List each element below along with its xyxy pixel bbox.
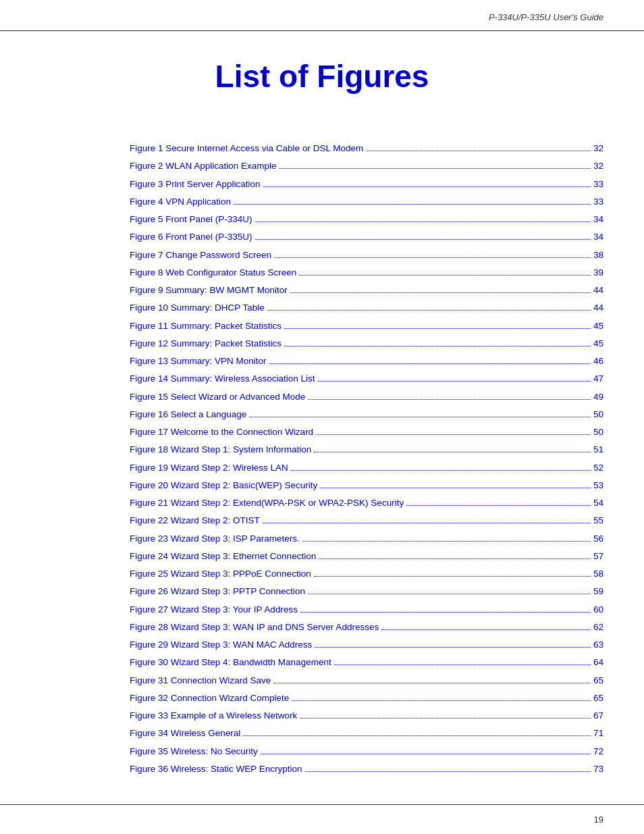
toc-entry-label[interactable]: Figure 18 Wizard Step 1: System Informat… (130, 443, 311, 457)
toc-entry-label[interactable]: Figure 15 Select Wizard or Advanced Mode (130, 390, 305, 404)
toc-entry: Figure 31 Connection Wizard Save65 (130, 674, 603, 687)
toc-entry-label[interactable]: Figure 26 Wizard Step 3: PPTP Connection (130, 585, 305, 598)
toc-entry-dots (290, 292, 591, 293)
toc-entry: Figure 20 Wizard Step 2: Basic(WEP) Secu… (130, 479, 603, 492)
toc-entry-label[interactable]: Figure 28 Wizard Step 3: WAN IP and DNS … (130, 621, 379, 634)
toc-entry-page: 32 (593, 142, 603, 155)
toc-entry: Figure 27 Wizard Step 3: Your IP Address… (130, 603, 603, 617)
toc-entry-label[interactable]: Figure 1 Secure Internet Access via Cabl… (130, 142, 363, 155)
toc-entry-dots (279, 168, 591, 169)
toc-entry-label[interactable]: Figure 5 Front Panel (P-334U) (130, 213, 252, 226)
toc-entry-label[interactable]: Figure 36 Wireless: Static WEP Encryptio… (130, 762, 302, 776)
toc-entry-dots (255, 221, 591, 222)
toc-entry-page: 38 (593, 249, 603, 262)
toc-entry-page: 44 (593, 284, 603, 297)
toc-entry-label[interactable]: Figure 22 Wizard Step 2: OTIST (130, 514, 260, 527)
toc-entry-label[interactable]: Figure 4 VPN Application (130, 195, 231, 209)
toc-entry: Figure 8 Web Configurator Status Screen3… (130, 266, 603, 280)
toc-entry-label[interactable]: Figure 25 Wizard Step 3: PPPoE Connectio… (130, 567, 311, 581)
toc-entry-dots (308, 399, 591, 400)
toc-entry-page: 45 (593, 337, 603, 350)
toc-entry: Figure 36 Wireless: Static WEP Encryptio… (130, 762, 603, 776)
toc-entry-page: 50 (593, 408, 603, 421)
toc-entry-label[interactable]: Figure 19 Wizard Step 2: Wireless LAN (130, 461, 288, 475)
toc-entry-label[interactable]: Figure 34 Wireless General (130, 727, 240, 740)
toc-entry: Figure 3 Print Server Application33 (130, 178, 603, 191)
toc-entry-label[interactable]: Figure 7 Change Password Screen (130, 249, 271, 262)
toc-entry-label[interactable]: Figure 3 Print Server Application (130, 178, 261, 191)
toc-entry-label[interactable]: Figure 17 Welcome to the Connection Wiza… (130, 425, 313, 439)
toc-entry-dots (316, 434, 591, 435)
toc-entry-label[interactable]: Figure 21 Wizard Step 2: Extend(WPA-PSK … (130, 496, 404, 510)
toc-entry-dots (243, 735, 591, 736)
toc-entry-page: 47 (593, 372, 603, 386)
page-header: P-334U/P-335U User's Guide (0, 0, 644, 31)
toc-entry: Figure 17 Welcome to the Connection Wiza… (130, 425, 603, 439)
toc-entry-page: 44 (593, 301, 603, 315)
toc-entry-dots (299, 275, 591, 276)
toc-entry-label[interactable]: Figure 14 Summary: Wireless Association … (130, 372, 315, 386)
toc-entry-dots (255, 239, 591, 240)
toc-entry-dots (273, 683, 591, 683)
toc-entry-label[interactable]: Figure 8 Web Configurator Status Screen (130, 266, 296, 280)
toc-entry: Figure 30 Wizard Step 4: Bandwidth Manag… (130, 656, 603, 669)
toc-entry-page: 33 (593, 178, 603, 191)
toc-entry-page: 49 (593, 390, 603, 404)
toc-entry-dots (284, 328, 591, 329)
toc-entry: Figure 9 Summary: BW MGMT Monitor44 (130, 284, 603, 297)
toc-entry-label[interactable]: Figure 27 Wizard Step 3: Your IP Address (130, 603, 298, 617)
toc-entry-dots (334, 664, 591, 665)
toc-entry-label[interactable]: Figure 29 Wizard Step 3: WAN MAC Address (130, 638, 312, 652)
toc-entry-label[interactable]: Figure 30 Wizard Step 4: Bandwidth Manag… (130, 656, 331, 669)
toc-entry-label[interactable]: Figure 10 Summary: DHCP Table (130, 301, 265, 315)
toc-entry-label[interactable]: Figure 33 Example of a Wireless Network (130, 709, 297, 723)
toc-entry-page: 34 (593, 213, 603, 226)
toc-entry-page: 62 (593, 621, 603, 634)
toc-content: Figure 1 Secure Internet Access via Cabl… (0, 128, 644, 807)
toc-entry-label[interactable]: Figure 23 Wizard Step 3: ISP Parameters. (130, 532, 300, 546)
toc-entry-dots (320, 488, 591, 488)
toc-entry-dots (366, 151, 591, 151)
toc-entry: Figure 22 Wizard Step 2: OTIST55 (130, 514, 603, 527)
toc-entry-page: 57 (593, 550, 603, 563)
toc-entry-dots (406, 505, 591, 506)
toc-entry: Figure 4 VPN Application33 (130, 195, 603, 209)
toc-entry-dots (319, 558, 591, 559)
toc-entry-dots (314, 452, 591, 452)
toc-entry-label[interactable]: Figure 20 Wizard Step 2: Basic(WEP) Secu… (130, 479, 317, 492)
toc-entry-page: 46 (593, 355, 603, 368)
toc-entry: Figure 19 Wizard Step 2: Wireless LAN52 (130, 461, 603, 475)
toc-entry-label[interactable]: Figure 2 WLAN Application Example (130, 159, 277, 173)
toc-entry-dots (308, 594, 591, 594)
toc-entry-label[interactable]: Figure 13 Summary: VPN Monitor (130, 355, 267, 368)
toc-entry-label[interactable]: Figure 31 Connection Wizard Save (130, 674, 271, 687)
toc-entry-label[interactable]: Figure 16 Select a Language (130, 408, 246, 421)
toc-entry: Figure 10 Summary: DHCP Table44 (130, 301, 603, 315)
toc-entry-dots (315, 647, 591, 648)
toc-entry-label[interactable]: Figure 35 Wireless: No Security (130, 745, 258, 758)
toc-entry-page: 58 (593, 567, 603, 581)
toc-entry-dots (300, 612, 591, 613)
toc-entry-dots (263, 186, 591, 187)
toc-entry-dots (263, 523, 591, 523)
toc-entry-label[interactable]: Figure 24 Wizard Step 3: Ethernet Connec… (130, 550, 316, 563)
toc-entry: Figure 28 Wizard Step 3: WAN IP and DNS … (130, 621, 603, 634)
toc-entry: Figure 26 Wizard Step 3: PPTP Connection… (130, 585, 603, 598)
toc-entry: Figure 14 Summary: Wireless Association … (130, 372, 603, 386)
toc-entry-label[interactable]: Figure 6 Front Panel (P-335U) (130, 230, 252, 244)
toc-entry: Figure 24 Wizard Step 3: Ethernet Connec… (130, 550, 603, 563)
toc-entry: Figure 34 Wireless General71 (130, 727, 603, 740)
toc-entry-page: 59 (593, 585, 603, 598)
toc-entry-label[interactable]: Figure 32 Connection Wizard Complete (130, 692, 289, 705)
toc-entry-label[interactable]: Figure 11 Summary: Packet Statistics (130, 319, 281, 333)
toc-entry-label[interactable]: Figure 9 Summary: BW MGMT Monitor (130, 284, 288, 297)
page-title: List of Figures (41, 58, 603, 95)
toc-entry-page: 67 (593, 709, 603, 723)
toc-entry-page: 71 (593, 727, 603, 740)
toc-entry: Figure 29 Wizard Step 3: WAN MAC Address… (130, 638, 603, 652)
toc-entry-page: 32 (593, 159, 603, 173)
toc-entry-page: 34 (593, 230, 603, 244)
toc-entry-label[interactable]: Figure 12 Summary: Packet Statistics (130, 337, 281, 350)
toc-entry-page: 50 (593, 425, 603, 439)
toc-entry: Figure 35 Wireless: No Security72 (130, 745, 603, 758)
